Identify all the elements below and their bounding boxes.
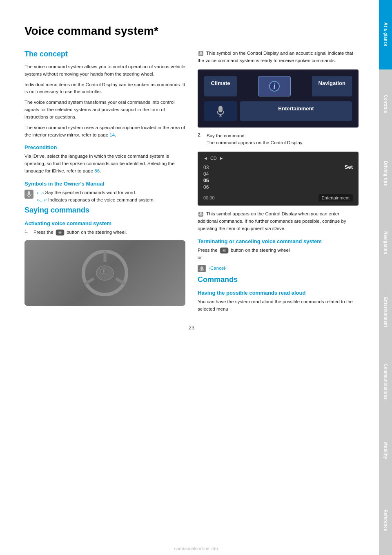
climate-tile: Climate: [204, 76, 237, 96]
mic-svg: [26, 191, 32, 197]
svg-point-22: [223, 249, 226, 252]
commands-heading: Commands: [198, 275, 359, 284]
step-2-num: 2.: [198, 132, 204, 147]
step-1-num: 1.: [24, 229, 31, 236]
step-2-text: Say the command. The command appears on …: [207, 132, 303, 147]
sidebar-tab-entertainment[interactable]: Entertainment: [379, 278, 392, 347]
voice-ready-icon: [198, 50, 204, 57]
mic-tile-icon: [216, 105, 225, 117]
cd-track-06: 06: [203, 184, 336, 190]
concept-para-3: The voice command system transforms your…: [24, 99, 185, 121]
sidebar-tab-controls[interactable]: Controls: [379, 69, 392, 139]
symbol-item-1: ›...‹ Say the specified commands word fo…: [24, 189, 185, 204]
cd-back-arrow: ◄: [203, 156, 208, 161]
cd-display-wrapper: ◄ CD ► 03 04 05 06 Se: [198, 152, 359, 206]
activating-heading: Activating voice command system: [24, 220, 185, 226]
steering-button-icon: [56, 229, 65, 236]
svg-text:i: i: [273, 82, 275, 90]
having-commands-heading: Having the possible commands read aloud: [198, 290, 359, 296]
right-intro-span: This symbol on the Control Display and a…: [198, 51, 353, 63]
cd-footer-label: Entertainment: [318, 194, 353, 201]
entertainment-tile: Entertainment: [240, 101, 352, 121]
sidebar-tab-reference[interactable]: Reference: [379, 486, 392, 555]
cd-footer: 00:00 Entertainment: [203, 194, 353, 201]
info-tile: i: [258, 76, 291, 96]
cd-display: ◄ CD ► 03 04 05 06 Se: [198, 152, 359, 206]
svg-rect-16: [218, 106, 223, 112]
additional-commands-icon: [198, 211, 204, 217]
sidebar-tab-communications[interactable]: Communications: [379, 347, 392, 416]
sidebar-tab-driving-tips[interactable]: Driving tips: [379, 139, 392, 208]
step-1-text: Press the button on the steering wheel.: [33, 229, 127, 236]
page-86-link[interactable]: 86: [94, 168, 100, 173]
cancel-button-icon: [220, 247, 229, 254]
info-icon: i: [269, 81, 280, 92]
page-wrapper: Voice command system* The concept The vo…: [0, 0, 392, 555]
watermark: carmanualsonline.info: [174, 546, 218, 551]
precondition-heading: Precondition: [24, 144, 185, 150]
set-label: Set: [345, 164, 353, 170]
cd-label: CD: [210, 156, 217, 161]
concept-para-2: Individual menu items on the Control Dis…: [24, 81, 185, 96]
page-number: 23: [24, 324, 359, 335]
navigation-tile: Navigation: [312, 76, 352, 96]
step-1: 1. Press the button on the steering whee…: [24, 229, 185, 236]
concept-heading: The concept: [24, 50, 185, 58]
symbols-heading: Symbols in the Owner's Manual: [24, 181, 185, 187]
precondition-text: Via iDrive, select the language in which…: [24, 153, 185, 175]
steering-wheel-image: [24, 240, 185, 306]
terminating-heading: Terminating or canceling voice command s…: [198, 238, 359, 244]
svg-rect-0: [28, 191, 30, 195]
right-column: This symbol on the Control Display and a…: [198, 50, 359, 316]
mic-symbol-icon: [24, 190, 33, 199]
sidebar-tab-navigation[interactable]: Navigation: [379, 208, 392, 278]
having-commands-text: You can have the system read aloud the p…: [198, 298, 359, 313]
cd-forward-arrow: ►: [219, 156, 224, 161]
additional-commands-text: This symbol appears on the Control Displ…: [198, 210, 359, 232]
saying-commands-heading: Saying commands: [24, 206, 185, 215]
page-title: Voice command system*: [24, 25, 359, 38]
cd-track-03: 03: [203, 165, 336, 170]
page-14-link[interactable]: 14: [109, 132, 115, 137]
cancel-text: ›Cancel‹: [198, 264, 359, 272]
concept-para-1: The voice command system allows you to c…: [24, 63, 185, 78]
sidebar: At a glance Controls Driving tips Naviga…: [379, 0, 392, 555]
cd-track-04: 04: [203, 171, 336, 177]
concept-para-4: The voice command system uses a special …: [24, 124, 185, 139]
symbol-text-1: ›...‹ Say the specified commands word fo…: [37, 189, 155, 204]
cd-time: 00:00: [203, 195, 215, 200]
sidebar-tab-mobility[interactable]: Mobility: [379, 416, 392, 486]
cancel-mic-icon: [198, 265, 206, 272]
right-intro-text: This symbol on the Control Display and a…: [198, 50, 359, 65]
svg-point-4: [58, 231, 62, 234]
sidebar-tab-at-a-glance[interactable]: At a glance: [379, 0, 392, 69]
terminating-text: Press the button on the steering wheelor: [198, 247, 359, 262]
cd-track-05: 05: [203, 178, 336, 184]
steering-wheel-svg: [80, 248, 129, 298]
cd-header: ◄ CD ►: [203, 156, 353, 161]
step-2: 2. Say the command. The command appears …: [198, 132, 359, 147]
control-display-image: Climate i Navigation: [198, 69, 359, 128]
two-column-layout: The concept The voice command system all…: [24, 50, 359, 316]
cancel-command: ›Cancel‹: [209, 266, 226, 271]
mic-tile: [204, 101, 237, 121]
main-content: Voice command system* The concept The vo…: [0, 0, 379, 555]
left-column: The concept The voice command system all…: [24, 50, 185, 316]
